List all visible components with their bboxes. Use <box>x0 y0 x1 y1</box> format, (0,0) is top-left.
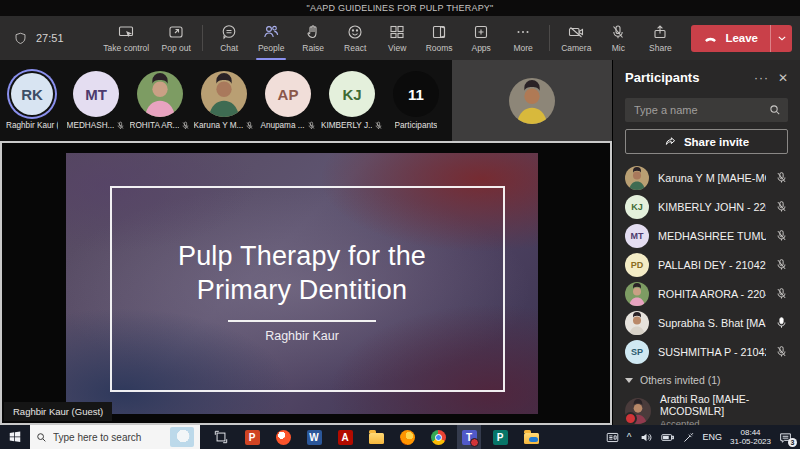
language-indicator[interactable]: ENG <box>703 432 723 442</box>
firefox-taskbar-icon[interactable] <box>395 425 419 449</box>
mic-muted-icon[interactable] <box>775 200 788 213</box>
acrobat-taskbar-icon[interactable]: A <box>333 425 357 449</box>
apps-label: Apps <box>471 43 490 53</box>
powerpoint-taskbar-icon[interactable]: P <box>240 425 264 449</box>
leave-button-group: Leave <box>691 25 792 52</box>
action-center-button[interactable]: 3 <box>779 431 792 444</box>
participant-name: MEDHASHREE TUMULURI - 220... <box>658 230 766 242</box>
participant-row[interactable]: KJKIMBERLY JOHN - 220426002 - ... <box>613 192 800 221</box>
notification-badge: 3 <box>788 438 797 447</box>
participant-count-avatar: 11 <box>393 71 439 117</box>
clock-time: 08:44 <box>730 428 771 437</box>
mic-on-icon[interactable] <box>775 316 788 329</box>
start-button[interactable] <box>0 425 30 449</box>
participant-row[interactable]: ROHITA ARORA - 220426001 - ... <box>613 279 800 308</box>
share-invite-button[interactable]: Share invite <box>625 129 788 154</box>
onedrive-taskbar-icon[interactable] <box>519 425 543 449</box>
taskbar-search-box[interactable]: Type here to search <box>30 425 200 449</box>
rooms-icon <box>431 24 447 40</box>
invited-person-status: Accepted <box>660 418 788 425</box>
participant-row[interactable]: SPSUSHMITHA P - 210426003 <box>613 337 800 366</box>
mic-button[interactable]: Mic <box>597 21 639 56</box>
more-button[interactable]: More <box>502 21 544 56</box>
presentation-slide: Pulp Therapy for the Primary Dentition R… <box>66 153 538 414</box>
battery-icon[interactable] <box>661 431 674 444</box>
participant-search-box[interactable] <box>625 98 788 122</box>
browser-taskbar-icon[interactable] <box>271 425 295 449</box>
pop-out-label: Pop out <box>162 43 191 53</box>
mic-muted-icon[interactable] <box>775 171 788 184</box>
leave-options-button[interactable] <box>770 25 792 52</box>
teams-taskbar-icon[interactable]: T <box>457 425 481 449</box>
strip-tile[interactable]: 11 Participants <box>384 71 448 130</box>
mic-muted-icon[interactable] <box>775 287 788 300</box>
strip-tile[interactable]: ROHITA AR... <box>128 71 192 130</box>
share-button[interactable]: Share <box>639 21 681 56</box>
strip-tile[interactable]: RK Raghbir Kaur (G... <box>0 71 64 130</box>
people-button[interactable]: People <box>250 21 292 56</box>
mic-muted-icon[interactable] <box>307 121 316 130</box>
strip-tile-label: MEDHASH... <box>67 121 126 130</box>
word-taskbar-icon[interactable]: W <box>302 425 326 449</box>
view-button[interactable]: View <box>376 21 418 56</box>
mic-muted-icon[interactable] <box>245 121 254 130</box>
windows-logo-icon <box>9 431 21 443</box>
panel-close-icon[interactable]: ✕ <box>776 71 790 85</box>
strip-tile[interactable]: KJ KIMBERLY J... <box>320 71 384 130</box>
react-button[interactable]: React <box>334 21 376 56</box>
rooms-label: Rooms <box>426 43 453 53</box>
mic-muted-icon[interactable] <box>775 345 788 358</box>
chat-button[interactable]: Chat <box>208 21 250 56</box>
task-view-taskbar-icon[interactable] <box>209 425 233 449</box>
participant-row[interactable]: Suprabha S. Bhat [MAHE-MCOD... <box>613 308 800 337</box>
camera-button[interactable]: Camera <box>555 21 597 56</box>
mic-muted-icon[interactable] <box>775 258 788 271</box>
apps-button[interactable]: Apps <box>460 21 502 56</box>
pop-out-button[interactable]: Pop out <box>155 21 197 56</box>
window-titlebar: "AAPD GUIDELINES FOR PULP THERAPY" <box>0 0 800 16</box>
strip-tile[interactable]: AP Anupama ... <box>256 71 320 130</box>
take-control-icon <box>118 24 134 40</box>
strip-tile[interactable]: MT MEDHASH... <box>64 71 128 130</box>
slide-divider-line <box>228 320 376 322</box>
mic-muted-icon[interactable] <box>181 121 190 130</box>
participant-row[interactable]: MTMEDHASHREE TUMULURI - 220... <box>613 221 800 250</box>
collapse-triangle-icon <box>625 378 633 383</box>
participants-panel-title: Participants <box>625 70 747 85</box>
leave-button[interactable]: Leave <box>691 25 770 52</box>
system-tray: ^ ENG 08:44 31-05-2023 3 <box>606 428 800 446</box>
avatar-photo <box>625 282 649 306</box>
view-icon <box>389 24 405 40</box>
speaker-icon[interactable] <box>640 431 653 444</box>
participant-name: SUSHMITHA P - 210426003 <box>658 346 766 358</box>
mic-muted-icon[interactable] <box>116 121 125 130</box>
search-icon <box>769 104 781 116</box>
leave-label: Leave <box>725 32 758 44</box>
hidden-icons-chevron[interactable]: ^ <box>627 432 632 443</box>
spotlight-video-tile[interactable] <box>452 60 612 141</box>
publisher-taskbar-icon[interactable]: P <box>488 425 512 449</box>
mic-muted-icon[interactable] <box>775 229 788 242</box>
participant-row[interactable]: Karuna Y M [MAHE-MCODSMLR] <box>613 163 800 192</box>
chrome-taskbar-icon[interactable] <box>426 425 450 449</box>
participant-name: Karuna Y M [MAHE-MCODSMLR] <box>658 172 766 184</box>
strip-tile[interactable]: Karuna Y M... <box>192 71 256 130</box>
more-icon <box>515 24 531 40</box>
take-control-button[interactable]: Take control <box>97 21 155 56</box>
connector-icon[interactable] <box>682 431 695 444</box>
presenter-name-tag: Raghbir Kaur (Guest) <box>4 402 112 421</box>
others-invited-section-header[interactable]: Others invited (1) <box>613 366 800 390</box>
avatar-initials: KJ <box>625 195 649 219</box>
explorer-taskbar-icon[interactable] <box>364 425 388 449</box>
participants-header: Participants ··· ✕ <box>625 70 790 85</box>
participant-row[interactable]: PDPALLABI DEY - 210426001 <box>613 250 800 279</box>
news-widget-icon[interactable] <box>606 431 619 444</box>
panel-more-icon[interactable]: ··· <box>747 71 776 85</box>
invited-person-row[interactable]: Arathi Rao [MAHE-MCODSMLR] Accepted <box>613 390 800 425</box>
search-highlight-image[interactable] <box>170 427 194 447</box>
participant-search-input[interactable] <box>632 103 769 117</box>
raise-hand-button[interactable]: Raise <box>292 21 334 56</box>
mic-muted-icon[interactable] <box>374 121 383 130</box>
taskbar-clock[interactable]: 08:44 31-05-2023 <box>730 428 771 446</box>
rooms-button[interactable]: Rooms <box>418 21 460 56</box>
